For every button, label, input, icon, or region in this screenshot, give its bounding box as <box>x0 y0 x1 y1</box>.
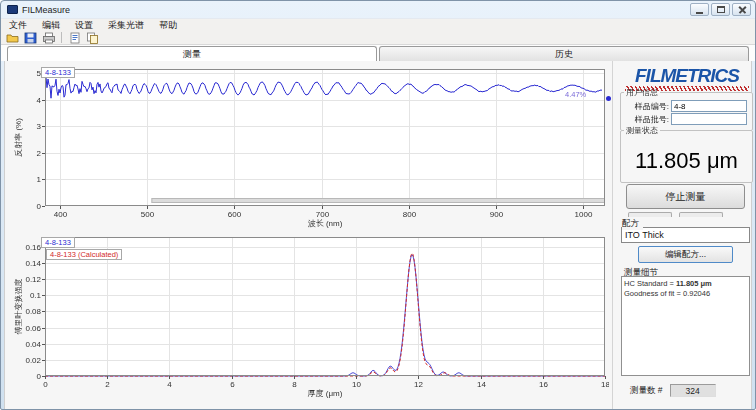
spectrum-legend: 4-8-133 <box>41 67 75 78</box>
clipped-buttons <box>628 212 723 217</box>
open-file-icon[interactable] <box>5 31 20 44</box>
spectrum-legend-label: 4-8-133 <box>45 68 71 77</box>
measure-status-title: 测量状态 <box>624 125 660 136</box>
maximize-button[interactable] <box>711 3 730 16</box>
tab-measure[interactable]: 测量 <box>7 46 377 61</box>
sample-lot-input[interactable] <box>671 113 747 125</box>
charts-area: 4-8-133 4.47% 4-8-133 4-8-133 (Calculate… <box>5 61 613 409</box>
details-line-2: Goodness of fit = 0.92046 <box>624 289 747 299</box>
spectrum-end-value: 4.47% <box>565 90 586 99</box>
sample-lot-label: 样品批号: <box>624 114 669 125</box>
fft-legend-measured: 4-8-133 <box>41 237 75 248</box>
sample-id-input[interactable] <box>671 100 747 112</box>
right-panel: FILMETRICS 用户信息 样品编号: 样品批号: 测量状态 11.805 … <box>616 61 756 409</box>
close-button[interactable] <box>732 3 751 16</box>
menu-setup[interactable]: 设置 <box>75 19 93 32</box>
sample-id-label: 样品编号: <box>624 101 669 112</box>
titlebar: FILMeasure <box>1 1 755 18</box>
edit-recipe-button[interactable]: 编辑配方... <box>638 246 733 263</box>
filmetrics-logo-text: FILMETRICS <box>635 65 739 86</box>
menubar: 文件 编辑 设置 采集光谱 帮助 <box>1 18 755 31</box>
measure-count-row: 测量数 # 324 <box>630 384 716 397</box>
measure-status-group: 测量状态 11.805 μm <box>620 125 753 183</box>
menu-help[interactable]: 帮助 <box>159 19 177 32</box>
tabstrip: 测量 历史 <box>1 45 755 61</box>
recipe-selected-value: ITO Thick <box>625 230 664 240</box>
stop-measure-button[interactable]: 停止测量 <box>626 184 745 209</box>
app-window: FILMeasure 文件 编辑 设置 采集光谱 帮助 测量 <box>0 0 756 410</box>
save-icon[interactable] <box>23 31 38 44</box>
toolbar <box>1 31 755 45</box>
thickness-readout: 11.805 μm <box>624 148 749 174</box>
main-content: 4-8-133 4.47% 4-8-133 4-8-133 (Calculate… <box>4 61 752 410</box>
app-icon <box>7 5 18 14</box>
current-point-marker <box>606 96 611 101</box>
copy-icon[interactable] <box>85 31 100 44</box>
minimize-button[interactable] <box>690 3 709 16</box>
minimize-icon <box>696 12 703 14</box>
maximize-icon <box>717 6 725 13</box>
fft-chart-box: 4-8-133 4-8-133 (Calculated) <box>13 231 609 399</box>
menu-edit[interactable]: 编辑 <box>42 19 60 32</box>
fft-legend-calculated: 4-8-133 (Calculated) <box>46 249 122 260</box>
export-icon[interactable] <box>67 31 82 44</box>
menu-file[interactable]: 文件 <box>9 19 27 32</box>
menu-acquire-spectrum[interactable]: 采集光谱 <box>108 19 144 32</box>
window-title: FILMeasure <box>22 5 70 15</box>
reflectance-spectrum-chart[interactable] <box>13 63 609 229</box>
recipe-label: 配方 <box>622 218 643 230</box>
tab-history[interactable]: 历史 <box>379 46 749 61</box>
measure-count-value: 324 <box>670 384 716 397</box>
user-info-title: 用户信息 <box>624 87 660 98</box>
details-line-1: HC Standard = 11.805 μm <box>624 279 747 289</box>
print-icon[interactable] <box>41 31 56 44</box>
reflectance-chart-box: 4-8-133 4.47% <box>13 63 609 229</box>
toolbar-separator <box>61 32 62 43</box>
measure-details-box: HC Standard = 11.805 μm Goodness of fit … <box>621 276 750 376</box>
measure-count-label: 测量数 # <box>630 385 663 397</box>
